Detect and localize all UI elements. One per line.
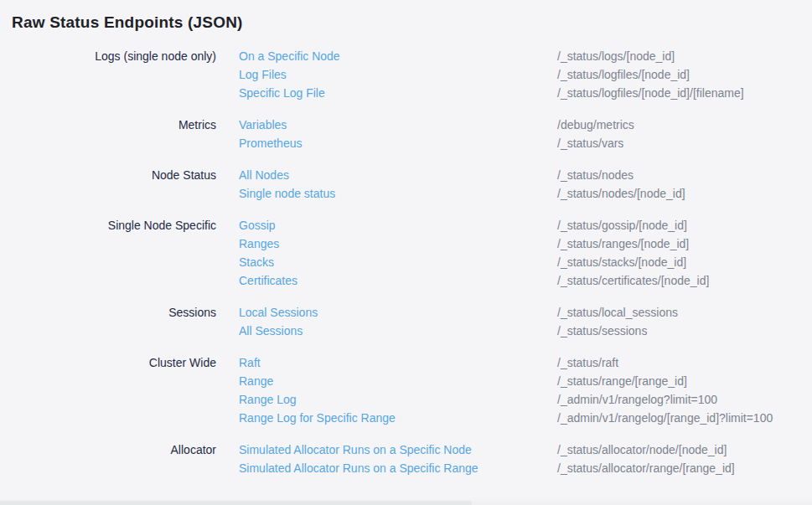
endpoint-link[interactable]: All Nodes xyxy=(239,166,535,184)
endpoint-link[interactable]: On a Specific Node xyxy=(239,47,535,65)
paths-column: /debug/metrics/_status/vars xyxy=(535,116,812,152)
category-label: Allocator xyxy=(0,441,216,477)
endpoint-path: /_status/raft xyxy=(557,353,812,372)
endpoint-path: /_status/logs/[node_id] xyxy=(557,47,812,65)
endpoint-table: Logs (single node only)On a Specific Nod… xyxy=(0,47,812,477)
paths-column: /_status/nodes/_status/nodes/[node_id] xyxy=(535,166,812,203)
page-title: Raw Status Endpoints (JSON) xyxy=(0,0,812,33)
endpoint-path: /_status/certificates/[node_id] xyxy=(557,271,812,290)
endpoint-link[interactable]: Ranges xyxy=(239,234,535,253)
category-label: Metrics xyxy=(0,116,216,152)
endpoint-path: /_status/vars xyxy=(557,134,812,152)
links-column: VariablesPrometheus xyxy=(216,116,535,152)
endpoint-link[interactable]: Range Log for Specific Range xyxy=(239,409,535,427)
endpoint-path: /_status/allocator/range/[range_id] xyxy=(557,459,812,477)
endpoint-path: /_admin/v1/rangelog?limit=100 xyxy=(557,390,812,409)
endpoint-path: /_status/local_sessions xyxy=(557,303,812,322)
links-column: Local SessionsAll Sessions xyxy=(216,303,535,340)
bottom-strip xyxy=(0,501,472,505)
endpoint-link[interactable]: Certificates xyxy=(239,271,535,290)
links-column: RaftRangeRange LogRange Log for Specific… xyxy=(216,353,535,427)
endpoint-path: /_status/logfiles/[node_id] xyxy=(557,65,812,84)
endpoint-link[interactable]: Single node status xyxy=(239,184,535,203)
links-column: On a Specific NodeLog FilesSpecific Log … xyxy=(216,47,535,102)
endpoint-path: /_status/stacks/[node_id] xyxy=(557,253,812,271)
category-label: Single Node Specific xyxy=(0,216,216,290)
endpoint-link[interactable]: Simulated Allocator Runs on a Specific N… xyxy=(239,441,535,459)
endpoint-section: SessionsLocal SessionsAll Sessions/_stat… xyxy=(0,303,812,340)
endpoint-link[interactable]: Stacks xyxy=(239,253,535,271)
endpoint-section: Node StatusAll NodesSingle node status/_… xyxy=(0,166,812,203)
paths-column: /_status/gossip/[node_id]/_status/ranges… xyxy=(535,216,812,290)
endpoint-link[interactable]: Prometheus xyxy=(239,134,535,152)
endpoint-path: /_status/nodes xyxy=(557,166,812,184)
endpoint-link[interactable]: Specific Log File xyxy=(239,84,535,102)
endpoint-path: /debug/metrics xyxy=(557,116,812,134)
endpoint-section: Single Node SpecificGossipRangesStacksCe… xyxy=(0,216,812,290)
endpoint-section: AllocatorSimulated Allocator Runs on a S… xyxy=(0,441,812,477)
paths-column: /_status/local_sessions/_status/sessions xyxy=(535,303,812,340)
links-column: All NodesSingle node status xyxy=(216,166,535,203)
links-column: GossipRangesStacksCertificates xyxy=(216,216,535,290)
paths-column: /_status/raft/_status/range/[range_id]/_… xyxy=(535,353,812,427)
endpoint-path: /_admin/v1/rangelog/[range_id]?limit=100 xyxy=(557,409,812,427)
paths-column: /_status/logs/[node_id]/_status/logfiles… xyxy=(535,47,812,102)
endpoint-path: /_status/logfiles/[node_id]/[filename] xyxy=(557,84,812,102)
endpoint-section: MetricsVariablesPrometheus/debug/metrics… xyxy=(0,116,812,152)
endpoint-link[interactable]: Gossip xyxy=(239,216,535,234)
endpoint-path: /_status/allocator/node/[node_id] xyxy=(557,441,812,459)
endpoint-link[interactable]: Log Files xyxy=(239,65,535,84)
endpoint-link[interactable]: Range Log xyxy=(239,390,535,409)
endpoint-section: Logs (single node only)On a Specific Nod… xyxy=(0,47,812,102)
endpoint-link[interactable]: All Sessions xyxy=(239,322,535,340)
endpoint-link[interactable]: Local Sessions xyxy=(239,303,535,322)
endpoint-link[interactable]: Simulated Allocator Runs on a Specific R… xyxy=(239,459,535,477)
endpoint-path: /_status/nodes/[node_id] xyxy=(557,184,812,203)
endpoint-path: /_status/gossip/[node_id] xyxy=(557,216,812,234)
paths-column: /_status/allocator/node/[node_id]/_statu… xyxy=(535,441,812,477)
endpoint-link[interactable]: Range xyxy=(239,372,535,390)
endpoint-path: /_status/ranges/[node_id] xyxy=(557,234,812,253)
category-label: Cluster Wide xyxy=(0,353,216,427)
endpoint-path: /_status/range/[range_id] xyxy=(557,372,812,390)
links-column: Simulated Allocator Runs on a Specific N… xyxy=(216,441,535,477)
endpoint-path: /_status/sessions xyxy=(557,322,812,340)
endpoint-link[interactable]: Raft xyxy=(239,353,535,372)
category-label: Sessions xyxy=(0,303,216,340)
endpoint-link[interactable]: Variables xyxy=(239,116,535,134)
category-label: Logs (single node only) xyxy=(0,47,216,102)
category-label: Node Status xyxy=(0,166,216,203)
endpoint-section: Cluster WideRaftRangeRange LogRange Log … xyxy=(0,353,812,427)
